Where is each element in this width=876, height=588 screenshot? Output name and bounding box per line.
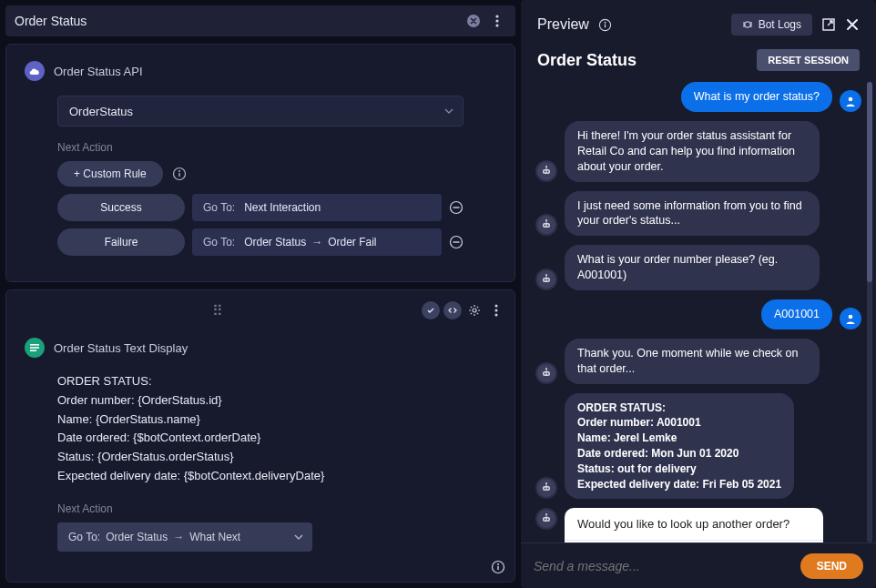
success-label: Success	[57, 194, 185, 221]
text-display-card: ⠿ Order Status Text Display ORDER STATUS…	[5, 289, 515, 583]
chat-message-bot: Would you like to look up another order?…	[535, 508, 861, 542]
chat-status-bubble: ORDER STATUS: Order number: A001001 Name…	[565, 393, 794, 500]
prompt-option-yes[interactable]: Yes	[565, 540, 823, 542]
failure-label: Failure	[57, 228, 185, 256]
svg-point-38	[545, 274, 547, 276]
chat-bubble: Hi there! I'm your order status assistan…	[565, 121, 820, 182]
chat-message-bot: Thank you. One moment while we check on …	[535, 339, 861, 384]
chat-bubble: Thank you. One moment while we check on …	[565, 339, 820, 384]
chat-message-bot: What is your order number please? (eg. A…	[535, 245, 861, 290]
preview-panel: Preview Bot Logs Order Status RESET SESS…	[521, 0, 876, 588]
chat-input[interactable]	[534, 559, 791, 573]
svg-point-32	[545, 225, 546, 227]
card-info-icon[interactable]	[491, 560, 505, 574]
chat-bubble: I just need some information from you to…	[565, 191, 820, 237]
svg-point-46	[547, 488, 549, 490]
bot-avatar-icon	[535, 160, 557, 182]
svg-point-11	[473, 309, 476, 312]
text-body[interactable]: ORDER STATUS: Order number: {OrderStatus…	[57, 372, 463, 486]
scrollbar-thumb[interactable]	[867, 82, 872, 282]
api-card: Order Status API OrderStatus Next Action…	[5, 44, 515, 282]
chevron-down-icon	[294, 534, 303, 540]
api-select[interactable]: OrderStatus	[57, 96, 463, 127]
svg-point-42	[547, 372, 549, 374]
preview-heading: Order Status	[537, 51, 637, 70]
svg-point-19	[497, 563, 499, 565]
svg-rect-23	[605, 24, 606, 27]
svg-point-3	[495, 24, 498, 26]
popout-icon[interactable]	[821, 17, 836, 32]
remove-success-icon[interactable]	[449, 200, 463, 215]
info-icon[interactable]	[172, 167, 187, 181]
svg-point-26	[849, 97, 853, 102]
bot-avatar-icon	[535, 477, 557, 499]
user-avatar-icon	[840, 308, 861, 329]
arrow-right-icon: →	[173, 531, 184, 543]
add-custom-rule-button[interactable]: + Custom Rule	[57, 161, 163, 187]
check-icon[interactable]	[422, 301, 440, 319]
flow-title: Order Status	[15, 14, 87, 28]
scrollbar[interactable]	[867, 82, 872, 542]
svg-rect-16	[30, 347, 39, 349]
text-card-title: Order Status Text Display	[54, 341, 188, 355]
success-goto[interactable]: Go To: Next Interaction	[192, 194, 442, 221]
svg-rect-15	[30, 344, 39, 346]
chat-bubble: A001001	[761, 299, 832, 329]
chat-message-bot: I just need some information from you to…	[535, 191, 861, 237]
svg-rect-20	[497, 566, 498, 570]
svg-rect-27	[543, 169, 550, 174]
svg-point-43	[545, 368, 547, 370]
flow-header: Order Status	[5, 5, 515, 36]
text-goto-select[interactable]: Go To: Order Status → What Next	[57, 522, 312, 552]
svg-rect-48	[543, 517, 550, 522]
preview-tab-label: Preview	[537, 16, 589, 33]
remove-failure-icon[interactable]	[449, 235, 463, 249]
prompt-card: Would you like to look up another order?…	[565, 508, 823, 542]
chat-input-row: SEND	[521, 542, 876, 588]
svg-point-36	[545, 279, 546, 281]
svg-point-2	[495, 19, 498, 22]
chevron-down-icon	[444, 108, 453, 114]
svg-point-49	[545, 519, 546, 521]
svg-rect-17	[30, 350, 36, 351]
svg-point-33	[547, 225, 549, 227]
bot-logs-button[interactable]: Bot Logs	[731, 14, 812, 35]
close-flow-icon[interactable]	[464, 12, 483, 30]
gear-icon[interactable]	[465, 301, 484, 319]
svg-point-22	[604, 21, 606, 23]
failure-goto[interactable]: Go To: Order Status → Order Fail	[192, 228, 442, 256]
svg-point-12	[495, 305, 498, 308]
chat-message-bot: ORDER STATUS: Order number: A001001 Name…	[535, 393, 861, 500]
svg-rect-35	[543, 278, 550, 282]
api-card-title: Order Status API	[54, 65, 143, 78]
svg-rect-8	[453, 207, 460, 208]
svg-rect-31	[543, 223, 550, 228]
svg-point-28	[545, 170, 546, 172]
drag-handle-icon[interactable]: ⠿	[212, 302, 225, 319]
bot-avatar-icon	[535, 269, 557, 290]
svg-point-37	[547, 279, 549, 281]
flow-more-icon[interactable]	[488, 12, 506, 30]
chat-message-user: A001001	[535, 299, 861, 329]
close-preview-icon[interactable]	[845, 17, 860, 32]
svg-point-39	[849, 315, 853, 319]
svg-point-29	[547, 170, 549, 172]
text-next-action-label: Next Action	[57, 502, 463, 515]
svg-rect-6	[178, 173, 179, 177]
arrow-right-icon: →	[311, 236, 322, 248]
code-icon[interactable]	[443, 301, 462, 319]
svg-rect-40	[543, 371, 550, 376]
preview-info-icon[interactable]	[598, 18, 612, 32]
bot-avatar-icon	[535, 214, 557, 236]
chat-bubble: What is my order status?	[681, 82, 832, 112]
svg-point-34	[545, 219, 547, 221]
chat-message-user: What is my order status?	[535, 82, 861, 112]
text-lines-icon	[25, 338, 45, 358]
card-more-icon[interactable]	[487, 301, 505, 319]
svg-point-1	[495, 15, 498, 17]
svg-point-30	[545, 166, 547, 167]
send-button[interactable]: SEND	[800, 553, 863, 579]
svg-point-5	[178, 170, 180, 172]
reset-session-button[interactable]: RESET SESSION	[757, 49, 860, 71]
bug-icon	[742, 19, 753, 30]
